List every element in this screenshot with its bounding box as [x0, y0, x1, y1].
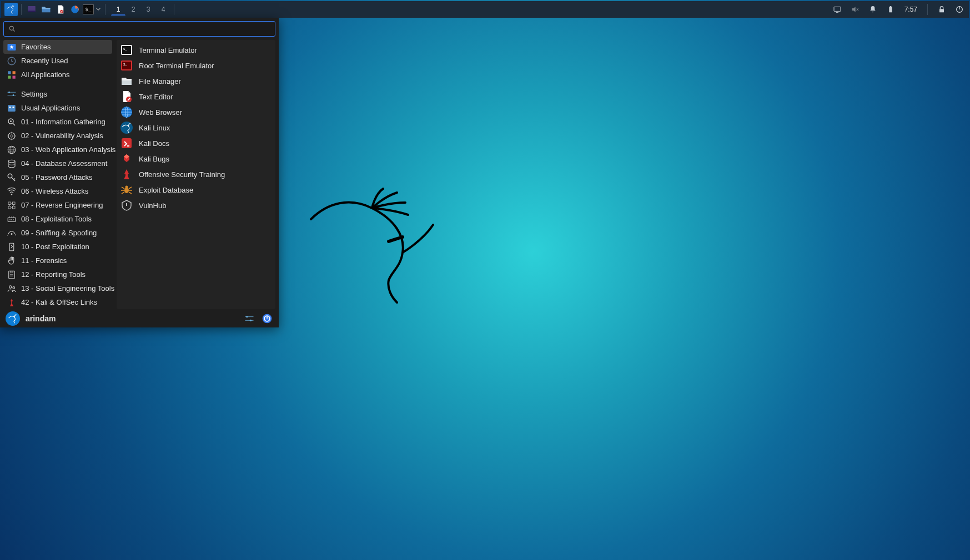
app-file-manager[interactable]: File Manager [117, 73, 275, 89]
svg-rect-13 [13, 71, 16, 74]
notifications-icon[interactable] [867, 3, 879, 16]
app-kali-linux[interactable]: Kali Linux [117, 120, 275, 135]
category-05[interactable]: 05 - Password Attacks [3, 170, 112, 184]
app-label: Exploit Database [139, 186, 193, 194]
clock[interactable]: 7:57 [904, 6, 917, 13]
separator [927, 4, 928, 15]
category-all[interactable]: All Applications [3, 68, 112, 82]
category-favorites[interactable]: Favorites [3, 40, 112, 54]
category-06[interactable]: 06 - Wireless Attacks [3, 184, 112, 198]
footer-actions [243, 312, 273, 325]
app-text-editor[interactable]: Text Editor [117, 89, 275, 104]
svg-rect-4 [834, 7, 841, 11]
workspace-switcher: 1 2 3 4 [111, 3, 170, 16]
category-03[interactable]: 03 - Web Application Analysis [3, 143, 112, 157]
category-settings[interactable]: Settings [3, 87, 112, 101]
svg-point-9 [9, 26, 13, 30]
search-box[interactable] [3, 21, 275, 37]
category-recent[interactable]: Recently Used [3, 54, 112, 68]
svg-rect-15 [13, 75, 16, 78]
svg-point-23 [8, 133, 15, 139]
battery-icon[interactable] [884, 3, 897, 16]
category-label: All Applications [21, 70, 69, 79]
svg-rect-31 [8, 206, 11, 209]
top-panel: $_ 1 2 3 4 7:57 [1, 1, 969, 18]
user-avatar[interactable] [6, 311, 20, 326]
svg-point-40 [9, 285, 12, 288]
svg-rect-29 [8, 202, 11, 205]
power-icon[interactable] [953, 3, 966, 16]
category-09[interactable]: 09 - Sniffing & Spoofing [3, 226, 112, 240]
search-wrap [0, 18, 279, 40]
folder-icon [120, 74, 133, 88]
app-label: Web Browser [139, 108, 182, 117]
settings-button[interactable] [243, 312, 255, 325]
grid-icon [7, 70, 17, 80]
power-button[interactable] [261, 312, 273, 325]
app-web-browser[interactable]: Web Browser [117, 104, 275, 120]
menu-footer: arindam [0, 309, 279, 327]
category-08[interactable]: 08 - Exploitation Tools [3, 212, 112, 226]
category-12[interactable]: 12 - Reporting Tools [3, 268, 112, 281]
category-label: 08 - Exploitation Tools [21, 215, 92, 223]
web-icon [7, 145, 17, 155]
category-usual[interactable]: Usual Applications [3, 101, 112, 115]
category-list: Favorites Recently Used All Applications… [3, 40, 112, 309]
workspace-3[interactable]: 3 [141, 3, 155, 16]
display-tray-icon[interactable] [831, 3, 843, 16]
svg-rect-1 [28, 11, 36, 12]
search-input[interactable] [19, 25, 270, 33]
svg-rect-7 [939, 9, 944, 12]
terminal-icon: $_ [120, 43, 133, 57]
category-label: 02 - Vulnerability Analysis [21, 132, 103, 140]
category-04[interactable]: 04 - Database Assessment [3, 157, 112, 170]
svg-point-28 [8, 174, 12, 178]
svg-rect-5 [889, 7, 892, 12]
category-10[interactable]: 10 - Post Exploitation [3, 240, 112, 254]
workspace-4[interactable]: 4 [156, 3, 170, 16]
text-editor-launcher-icon[interactable] [54, 3, 67, 16]
category-01[interactable]: 01 - Information Gathering [3, 115, 112, 129]
show-desktop-icon[interactable] [25, 3, 38, 16]
wifi-icon [7, 186, 17, 196]
workspace-2[interactable]: 2 [126, 3, 140, 16]
category-label: 04 - Database Assessment [21, 159, 107, 168]
category-label: 09 - Sniffing & Spoofing [21, 229, 97, 237]
terminal-launcher-icon[interactable]: $_ [83, 3, 94, 16]
app-kali-bugs[interactable]: Kali Bugs [117, 151, 275, 167]
category-07[interactable]: 07 - Reverse Engineering [3, 198, 112, 212]
panel-left: $_ 1 2 3 4 [4, 3, 177, 16]
magnify-icon [7, 117, 17, 127]
audio-muted-icon[interactable] [849, 3, 861, 16]
category-11[interactable]: 11 - Forensics [3, 254, 112, 268]
svg-text:$_: $_ [123, 47, 127, 51]
svg-point-22 [10, 120, 12, 122]
app-vulnhub[interactable]: VulnHub [117, 198, 275, 213]
reverse-eng-icon [7, 200, 17, 210]
app-label: Terminal Emulator [139, 46, 197, 54]
app-label: Kali Docs [139, 139, 169, 148]
category-13[interactable]: 13 - Social Engineering Tools [3, 281, 112, 295]
svg-point-34 [9, 219, 11, 220]
category-02[interactable]: 02 - Vulnerability Analysis [3, 129, 112, 143]
app-offsec-training[interactable]: Offensive Security Training [117, 167, 275, 182]
app-kali-docs[interactable]: Kali Docs [117, 135, 275, 151]
application-menu: Favorites Recently Used All Applications… [0, 18, 279, 327]
terminal-dropdown-icon[interactable] [95, 4, 102, 14]
file-manager-launcher-icon[interactable] [39, 3, 53, 16]
app-label: Kali Bugs [139, 155, 169, 163]
app-root-terminal[interactable]: $_ Root Terminal Emulator [117, 58, 275, 73]
lock-icon[interactable] [936, 3, 948, 16]
firefox-launcher-icon[interactable] [68, 3, 82, 16]
svg-rect-30 [13, 202, 16, 205]
category-label: Usual Applications [21, 104, 80, 112]
menu-button[interactable] [4, 3, 18, 16]
svg-rect-6 [889, 6, 891, 7]
app-terminal[interactable]: $_ Terminal Emulator [117, 42, 275, 58]
app-exploit-db[interactable]: Exploit Database [117, 182, 275, 198]
kali-icon [120, 121, 133, 134]
category-label: 11 - Forensics [21, 256, 67, 265]
workspace-1[interactable]: 1 [111, 3, 125, 16]
offsec-a-icon [120, 168, 133, 181]
category-42[interactable]: 42 - Kali & OffSec Links [3, 295, 112, 309]
